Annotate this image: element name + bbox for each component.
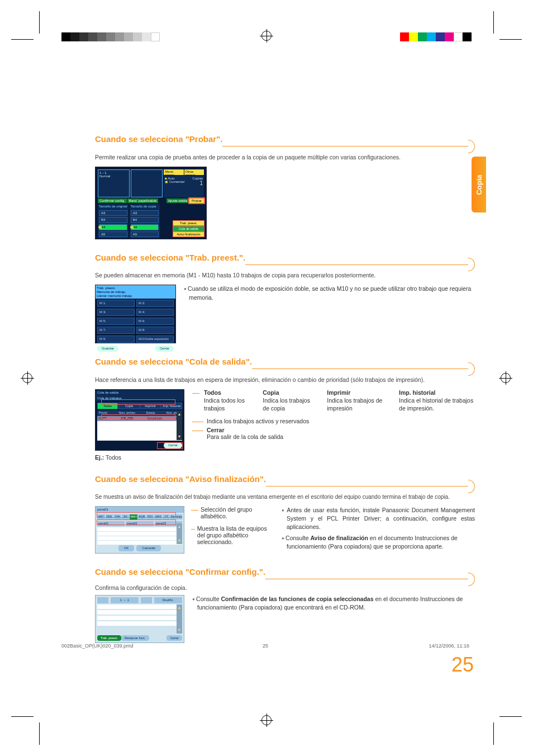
- section-title: Cuando se selecciona "Probar".: [95, 134, 222, 146]
- section-desc: Confirma la configuración de copia.: [95, 584, 475, 592]
- footer-slug: 002Basic_OP(UK)020_039.pmd 25 14/12/2006…: [50, 643, 480, 649]
- registration-mark: [261, 31, 272, 41]
- section-desc: Se pueden almacenar en memoria (M1 - M10…: [95, 271, 475, 279]
- screenshot-probar: 1→1Normal Menú básicoOtros menús ■ Auto …: [95, 167, 207, 239]
- section-desc: Permite realizar una copia de prueba ant…: [95, 153, 475, 161]
- grayscale-strip: [61, 32, 160, 41]
- page-number: 25: [451, 653, 474, 677]
- aviso-callouts: Selección del grupo alfabético. Muestra …: [191, 506, 275, 551]
- section-desc: Hace referencia a una lista de trabajos …: [95, 376, 475, 384]
- bullet-list: Consulte Confirmación de las funciones d…: [192, 595, 475, 643]
- section-desc: Se muestra un aviso de finalización del …: [95, 493, 475, 501]
- section-confirmar: Cuando se selecciona "Confirmar config."…: [95, 567, 475, 643]
- section-aviso: Cuando se selecciona "Aviso finalización…: [95, 474, 475, 554]
- color-strip: [400, 32, 472, 41]
- bullet-list: Cuando se utiliza el modo de exposición …: [184, 285, 475, 343]
- bullet-list: Antes de usar esta función, instale Pana…: [282, 506, 475, 553]
- registration-mark: [501, 373, 511, 383]
- section-preest: Cuando se selecciona "Trab. preest.". Se…: [95, 253, 475, 344]
- sub-labels: Indica los trabajos activos y reservados…: [192, 418, 475, 440]
- screenshot-aviso: pana01 ABCDEFGHIJKLMNOPQRSTUVWXYZFavorit…: [95, 506, 184, 554]
- section-cola: Cuando se selecciona "Cola de salida". H…: [95, 357, 475, 461]
- screenshot-cola: Cola de salida Cola de trabajos Todos Co…: [95, 389, 184, 451]
- screenshot-confirmar: 1 → 1Modific. ▲▼ Trab. preest. Restaurar…: [95, 595, 184, 643]
- registration-mark: [22, 373, 32, 383]
- registration-mark: [261, 715, 272, 725]
- column-descriptions: TodosIndica todos los trabajos CopiaIndi…: [204, 389, 475, 412]
- example-label: Ej.: Todos: [95, 454, 184, 461]
- screenshot-preest: Trab. preest. Memoria de trabajo Llamar …: [95, 285, 176, 343]
- section-probar: Cuando se selecciona "Probar". Permite r…: [95, 134, 475, 239]
